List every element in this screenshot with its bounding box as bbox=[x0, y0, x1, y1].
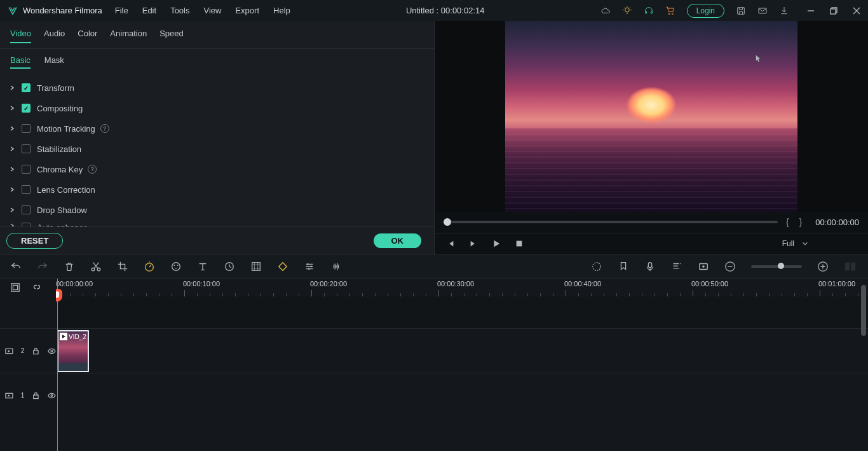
next-frame-icon[interactable] bbox=[469, 239, 478, 248]
timeline-scrollbar[interactable] bbox=[860, 279, 867, 451]
tab-animation[interactable]: Animation bbox=[110, 29, 147, 43]
checkbox[interactable] bbox=[22, 104, 31, 113]
property-row-auto-enhance[interactable]: Auto enhance bbox=[0, 220, 434, 226]
property-row-compositing[interactable]: Compositing bbox=[0, 98, 434, 118]
download-icon[interactable] bbox=[779, 6, 789, 16]
voiceover-icon[interactable] bbox=[644, 261, 656, 272]
menu-tools[interactable]: Tools bbox=[170, 6, 189, 15]
menu-help[interactable]: Help bbox=[273, 6, 290, 15]
property-list[interactable]: TransformCompositingMotion Tracking?Stab… bbox=[0, 75, 434, 226]
eye-icon[interactable] bbox=[48, 347, 56, 356]
save-icon[interactable] bbox=[736, 6, 746, 16]
scrub-track[interactable] bbox=[444, 221, 778, 223]
keyframe-circle-icon[interactable] bbox=[224, 261, 235, 272]
play-icon[interactable] bbox=[492, 239, 501, 248]
track-link-icon[interactable] bbox=[32, 282, 42, 293]
property-row-drop-shadow[interactable]: Drop Shadow bbox=[0, 200, 434, 220]
track-type-icon[interactable] bbox=[5, 391, 13, 400]
timeline-clip[interactable]: VID_2 bbox=[57, 330, 89, 372]
property-row-motion-tracking[interactable]: Motion Tracking? bbox=[0, 118, 434, 139]
menu-view[interactable]: View bbox=[203, 6, 221, 15]
keyframe-diamond-icon[interactable] bbox=[277, 261, 288, 272]
svg-rect-18 bbox=[252, 263, 261, 271]
tab-speed[interactable]: Speed bbox=[159, 29, 184, 43]
scrollbar-thumb[interactable] bbox=[861, 285, 866, 336]
property-row-stabilization[interactable]: Stabilization bbox=[0, 139, 434, 159]
mixer-icon[interactable] bbox=[671, 261, 682, 272]
svg-point-13 bbox=[172, 263, 180, 271]
checkbox[interactable] bbox=[22, 83, 31, 92]
maximize-icon[interactable] bbox=[830, 7, 837, 15]
eye-icon[interactable] bbox=[48, 391, 56, 400]
app-title: Wondershare Filmora bbox=[23, 6, 102, 15]
mail-icon[interactable] bbox=[757, 6, 768, 16]
checkbox[interactable] bbox=[22, 205, 31, 214]
record-icon[interactable] bbox=[698, 261, 709, 272]
subtab-mask[interactable]: Mask bbox=[44, 55, 64, 69]
property-row-transform[interactable]: Transform bbox=[0, 78, 434, 98]
zoom-in-icon[interactable] bbox=[817, 261, 829, 272]
zoom-slider[interactable] bbox=[751, 265, 802, 268]
track-type-icon[interactable] bbox=[5, 347, 13, 356]
checkbox[interactable] bbox=[22, 124, 31, 133]
headphones-icon[interactable] bbox=[644, 6, 654, 16]
close-icon[interactable] bbox=[853, 7, 860, 15]
checkbox[interactable] bbox=[22, 223, 31, 226]
speed-icon[interactable] bbox=[144, 261, 155, 272]
menu-export[interactable]: Export bbox=[235, 6, 259, 15]
prev-frame-icon[interactable] bbox=[446, 239, 455, 248]
mark-out-button[interactable]: } bbox=[797, 217, 804, 227]
zoom-fit-icon[interactable] bbox=[844, 261, 858, 272]
lock-icon[interactable] bbox=[32, 391, 40, 400]
zoom-handle[interactable] bbox=[778, 263, 784, 269]
subtab-basic[interactable]: Basic bbox=[10, 55, 31, 69]
property-row-lens-correction[interactable]: Lens Correction bbox=[0, 179, 434, 200]
color-icon[interactable] bbox=[170, 261, 182, 272]
checkbox[interactable] bbox=[22, 185, 31, 194]
text-icon[interactable] bbox=[197, 261, 208, 272]
mark-in-button[interactable]: { bbox=[784, 217, 791, 227]
track-add-icon[interactable] bbox=[10, 282, 20, 293]
green-screen-icon[interactable] bbox=[250, 261, 262, 272]
tab-audio[interactable]: Audio bbox=[44, 29, 65, 43]
login-button[interactable]: Login bbox=[687, 4, 724, 18]
property-label: Compositing bbox=[37, 104, 83, 113]
timeline-body[interactable]: 00:00:00:0000:00:10:0000:00:20:0000:00:3… bbox=[56, 279, 868, 451]
menu-edit[interactable]: Edit bbox=[142, 6, 156, 15]
lightbulb-icon[interactable] bbox=[622, 6, 632, 16]
playhead[interactable] bbox=[57, 279, 58, 451]
timeline-ruler[interactable]: 00:00:00:0000:00:10:0000:00:20:0000:00:3… bbox=[56, 279, 868, 296]
property-label: Transform bbox=[37, 83, 74, 93]
crop-icon[interactable] bbox=[117, 261, 128, 272]
scrub-handle[interactable] bbox=[444, 218, 451, 226]
render-icon[interactable] bbox=[591, 261, 602, 272]
video-lane-1[interactable] bbox=[56, 373, 868, 417]
zoom-out-icon[interactable] bbox=[724, 261, 736, 272]
preview-viewport[interactable] bbox=[435, 21, 868, 212]
checkbox[interactable] bbox=[22, 165, 31, 174]
checkbox[interactable] bbox=[22, 144, 31, 153]
stop-icon[interactable] bbox=[515, 239, 524, 248]
reset-button[interactable]: RESET bbox=[6, 233, 63, 249]
delete-icon[interactable] bbox=[64, 261, 75, 272]
split-icon[interactable] bbox=[90, 261, 102, 272]
redo-icon[interactable] bbox=[37, 261, 48, 272]
video-lane-2[interactable]: VID_2 bbox=[56, 328, 868, 373]
quality-selector[interactable]: Full bbox=[782, 239, 808, 248]
help-icon[interactable]: ? bbox=[88, 165, 97, 174]
property-row-chroma-key[interactable]: Chroma Key? bbox=[0, 159, 434, 179]
help-icon[interactable]: ? bbox=[100, 124, 109, 133]
marker-icon[interactable] bbox=[618, 261, 629, 272]
audio-wave-icon[interactable] bbox=[330, 261, 342, 272]
undo-icon[interactable] bbox=[10, 261, 22, 272]
adjust-icon[interactable] bbox=[304, 261, 315, 272]
menu-file[interactable]: File bbox=[115, 6, 128, 15]
tab-color[interactable]: Color bbox=[78, 29, 97, 43]
ok-button[interactable]: OK bbox=[374, 233, 422, 248]
tab-video[interactable]: Video bbox=[10, 29, 31, 43]
minimize-icon[interactable] bbox=[807, 7, 815, 15]
lock-icon[interactable] bbox=[32, 347, 40, 356]
cart-icon[interactable] bbox=[665, 6, 675, 16]
play-badge-icon bbox=[60, 333, 67, 340]
cloud-icon[interactable] bbox=[600, 6, 611, 16]
